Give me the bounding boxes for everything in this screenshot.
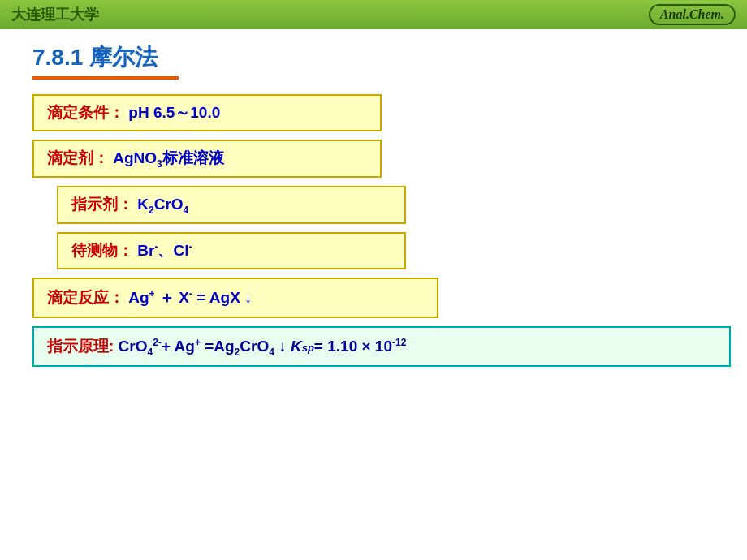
titration-condition-box: 滴定条件： pH 6.5～10.0 — [32, 94, 382, 131]
title-underline — [32, 76, 179, 80]
ksp-sub: sp — [302, 342, 314, 354]
section-title: 7.8.1 摩尔法 — [32, 42, 715, 73]
titration-agent-value: AgNO3标准溶液 — [113, 149, 224, 166]
main-content: 7.8.1 摩尔法 滴定条件： pH 6.5～10.0 滴定剂： AgNO3标准… — [0, 29, 747, 388]
analyte-box: 待测物： Br-、Cl- — [57, 232, 406, 269]
titration-agent-label: 滴定剂： — [47, 149, 109, 166]
anal-chem-badge: Anal.Chem. — [649, 4, 736, 25]
ksp-value: = 1.10 × 10-12 — [314, 338, 407, 355]
indicator-label: 指示剂： — [71, 196, 133, 213]
university-logo: 大连理工大学 — [11, 5, 99, 24]
titration-condition-label: 滴定条件： — [47, 104, 124, 121]
ksp-symbol: K — [291, 338, 302, 355]
reaction-equation: Ag+ ＋ X- = AgX ↓ — [128, 289, 252, 306]
titration-condition-value: pH 6.5～10.0 — [128, 104, 220, 121]
indicator-value: K2CrO4 — [137, 196, 188, 213]
indicator-box: 指示剂： K2CrO4 — [57, 186, 406, 224]
reaction-label: 滴定反应： — [47, 289, 124, 306]
header-bar: 大连理工大学 Anal.Chem. — [0, 0, 747, 29]
indicator-principle-box: 指示原理: CrO42-+ Ag+ =Ag2CrO4 ↓ Ksp= 1.10 ×… — [32, 326, 731, 368]
indicator-principle-label: 指示原理: — [47, 338, 114, 355]
indicator-principle-value: CrO42-+ Ag+ =Ag2CrO4 ↓ — [119, 338, 291, 355]
analyte-label: 待测物： — [71, 242, 133, 259]
titration-agent-box: 滴定剂： AgNO3标准溶液 — [32, 140, 382, 178]
anal-chem-text: Anal.Chem. — [660, 7, 724, 21]
analyte-value: Br-、Cl- — [137, 242, 192, 259]
reaction-box: 滴定反应： Ag+ ＋ X- = AgX ↓ — [32, 278, 438, 318]
